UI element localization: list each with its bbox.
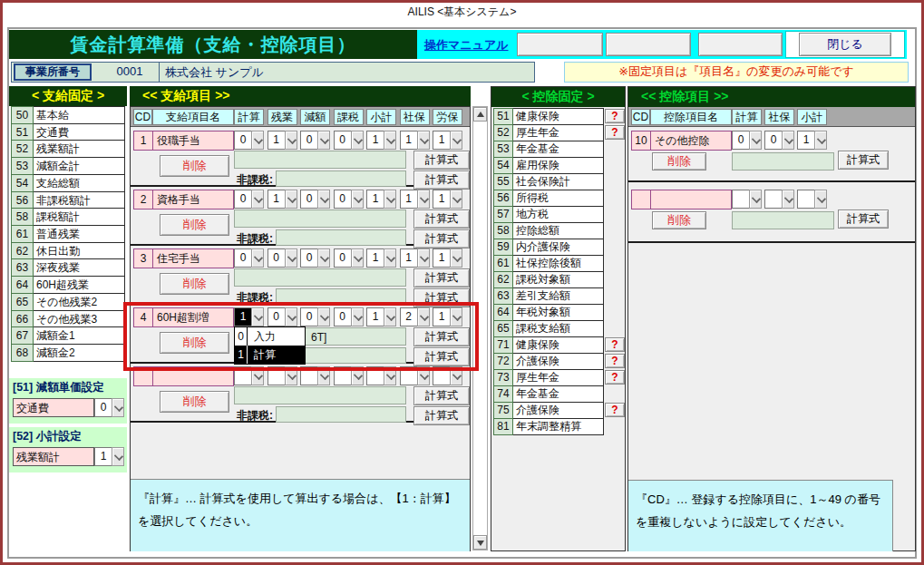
formula-button[interactable]: 計算式 [838, 209, 889, 229]
chevron-down-icon[interactable] [317, 131, 330, 150]
header-button-2[interactable] [606, 33, 691, 56]
item-name-field[interactable]: 控除総額 [513, 222, 604, 239]
subtotal-select[interactable]: 1 [797, 131, 827, 150]
chevron-down-icon[interactable] [112, 398, 124, 417]
chevron-down-icon[interactable] [112, 447, 124, 466]
item-name-field[interactable]: 60H超割増 [152, 307, 234, 327]
delete-button[interactable]: 削除 [160, 332, 229, 354]
header-button-3[interactable] [698, 33, 783, 56]
formula-button[interactable]: 計算式 [413, 386, 470, 405]
item-name-field[interactable]: 介護保険 [513, 402, 604, 419]
item-name-field[interactable]: 交通費 [34, 123, 125, 141]
socins-select[interactable]: 1 [400, 131, 430, 150]
laborins-select[interactable]: 1 [433, 190, 462, 209]
item-name-field[interactable]: 所得税 [513, 190, 604, 207]
calc-select[interactable]: 0 [234, 248, 264, 268]
reduction-select[interactable]: 0 [300, 248, 330, 268]
chevron-down-icon[interactable] [317, 190, 330, 209]
chevron-down-icon[interactable] [814, 190, 827, 209]
chevron-down-icon[interactable] [749, 131, 762, 150]
item-name-field[interactable]: 社会保険計 [513, 173, 604, 190]
chevron-down-icon[interactable] [384, 131, 396, 150]
deduction-unit-select[interactable]: 0 [94, 398, 124, 417]
chevron-down-icon[interactable] [417, 366, 430, 385]
tax-exempt-formula-button[interactable]: 計算式 [413, 406, 470, 425]
item-name-field[interactable]: 地方税 [513, 206, 604, 223]
socins-select[interactable]: 2 [400, 307, 430, 326]
item-name-field[interactable]: 課税支給額 [513, 320, 604, 337]
calc-select[interactable]: 0 [234, 131, 264, 150]
formula-field[interactable] [234, 209, 406, 228]
chevron-down-icon[interactable] [285, 131, 297, 150]
delete-button[interactable]: 削除 [160, 391, 229, 413]
item-name-field[interactable]: 介護保険 [513, 353, 604, 370]
socins-select[interactable] [764, 190, 794, 209]
tax-exempt-formula-field[interactable] [276, 288, 406, 305]
item-name-field[interactable]: 60H超残業 [34, 276, 125, 294]
cd-field[interactable]: 4 [133, 307, 152, 327]
delete-button[interactable]: 削除 [652, 152, 706, 170]
item-name-field[interactable]: 残業額計 [34, 140, 125, 158]
item-name-field[interactable]: 年金基金 [513, 141, 604, 158]
chevron-down-icon[interactable] [384, 190, 396, 209]
item-name-field[interactable]: 厚生年金 [513, 369, 604, 386]
chevron-down-icon[interactable] [384, 307, 396, 326]
chevron-down-icon[interactable] [384, 248, 396, 268]
calc-select[interactable]: 1 [234, 307, 264, 326]
chevron-down-icon[interactable] [251, 307, 264, 326]
tax-select[interactable] [334, 366, 364, 385]
chevron-down-icon[interactable] [450, 248, 462, 268]
chevron-down-icon[interactable] [450, 307, 462, 326]
tax-select[interactable]: 0 [334, 190, 364, 209]
scrollbar-up-button[interactable] [473, 107, 487, 122]
item-name-field[interactable]: 役職手当 [152, 131, 234, 151]
cd-field[interactable] [631, 190, 650, 209]
payment-items-scrollbar[interactable] [472, 106, 488, 550]
chevron-down-icon[interactable] [417, 248, 430, 268]
chevron-down-icon[interactable] [351, 307, 364, 326]
tax-select[interactable]: 0 [334, 248, 364, 268]
chevron-down-icon[interactable] [351, 248, 364, 268]
cd-field[interactable] [133, 366, 152, 386]
item-name-field[interactable]: 雇用保険 [513, 157, 604, 174]
delete-button[interactable]: 削除 [652, 211, 706, 229]
calc-select[interactable]: 0 [234, 190, 264, 209]
item-name-field[interactable]: 健康保険 [513, 108, 604, 125]
chevron-down-icon[interactable] [317, 366, 330, 385]
chevron-down-icon[interactable] [251, 248, 264, 268]
item-name-field[interactable] [650, 190, 732, 209]
chevron-down-icon[interactable] [749, 190, 762, 209]
overtime-select[interactable]: 0 [267, 248, 297, 268]
item-name-field[interactable]: 減額金1 [34, 326, 125, 345]
chevron-down-icon[interactable] [417, 131, 430, 150]
calc-select[interactable] [732, 190, 762, 209]
formula-field[interactable] [732, 152, 834, 170]
subtotal-setting-select[interactable]: 1 [94, 447, 124, 466]
item-name-field[interactable]: その他残業3 [34, 310, 125, 328]
cd-field[interactable]: 3 [133, 248, 152, 268]
item-name-field[interactable]: その他残業2 [34, 293, 125, 311]
chevron-down-icon[interactable] [285, 307, 297, 326]
item-name-field[interactable]: 非課税額計 [34, 191, 125, 209]
item-name-field[interactable]: 年金基金 [513, 385, 604, 403]
item-name-field[interactable]: 内介護保険 [513, 239, 604, 256]
chevron-down-icon[interactable] [285, 190, 297, 209]
subtotal-select[interactable]: 1 [366, 248, 396, 268]
laborins-select[interactable]: 1 [433, 131, 462, 150]
item-name-field[interactable]: 健康保険 [513, 336, 604, 354]
chevron-down-icon[interactable] [251, 366, 264, 385]
help-button[interactable]: ? [605, 403, 625, 417]
item-name-field[interactable]: 基本給 [34, 106, 125, 124]
socins-select[interactable]: 0 [764, 131, 794, 150]
socins-select[interactable]: 1 [400, 190, 430, 209]
chevron-down-icon[interactable] [450, 131, 462, 150]
item-name-field[interactable]: 差引支給額 [513, 287, 604, 305]
item-name-field[interactable]: 課税対象額 [513, 271, 604, 288]
subtotal-select[interactable]: 1 [366, 190, 396, 209]
calc-select[interactable]: 0 [732, 131, 762, 150]
chevron-down-icon[interactable] [251, 131, 264, 150]
calc-select[interactable] [234, 366, 264, 385]
item-name-field[interactable]: 普通残業 [34, 225, 125, 243]
subtotal-setting-field[interactable]: 残業額計 [13, 447, 94, 466]
chevron-down-icon[interactable] [384, 366, 396, 385]
